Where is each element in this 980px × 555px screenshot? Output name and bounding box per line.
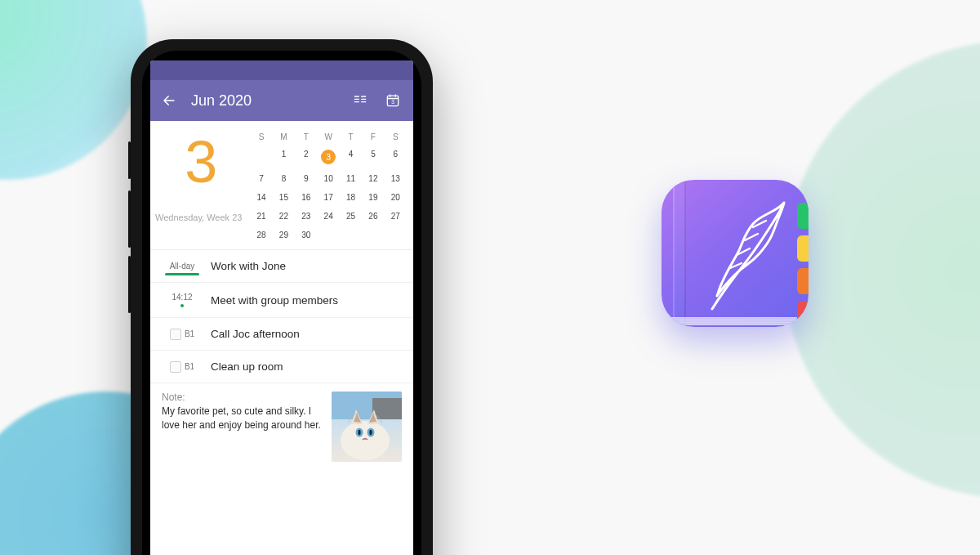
todo-checkbox[interactable] [170,361,181,373]
list-icon [352,92,368,109]
phone-screen: Jun 2020 3 3 Wednesday, W [150,60,413,555]
calendar-day-cell[interactable]: 3 [317,145,339,169]
list-view-button[interactable] [351,92,369,110]
phone-frame: Jun 2020 3 3 Wednesday, W [131,39,433,555]
calendar-day-cell [340,226,362,244]
calendar-panel: 3 Wednesday, Week 23 SMTWTFS 12345678910… [150,121,413,250]
event-row[interactable]: B1Call Joc afternoon [150,318,413,351]
todo-priority: B1 [185,362,194,371]
note-section[interactable]: Note: My favorite pet, so cute and silky… [150,383,413,473]
background-blob-right [784,41,980,499]
calendar-day-cell[interactable]: 5 [362,145,384,169]
event-title: Clean up room [203,360,283,373]
app-icon [662,180,808,327]
calendar-day-cell[interactable]: 23 [295,207,317,226]
event-title: Work with Jone [203,260,286,272]
calendar-day-cell[interactable]: 11 [340,169,362,188]
header-title: Jun 2020 [191,92,336,110]
calendar-day-cell[interactable]: 18 [340,188,362,207]
note-label: Note: [162,392,323,403]
calendar-day-cell[interactable]: 2 [295,145,317,169]
calendar-day-cell[interactable]: 15 [273,188,295,207]
calendar-day-cell[interactable]: 13 [385,169,407,188]
calendar-day-cell[interactable]: 22 [273,207,295,226]
back-button[interactable] [162,93,176,108]
calendar-day-cell[interactable]: 25 [340,207,362,226]
day-of-week-label: W [317,129,339,145]
event-slot: B1 [162,361,203,373]
calendar-day-cell [385,226,407,244]
day-of-week-label: T [340,129,362,145]
calendar-day-cell[interactable]: 14 [250,188,272,207]
calendar-day-cell[interactable]: 4 [340,145,362,169]
calendar-day-cell [362,226,384,244]
event-slot: 14:12 [162,293,203,307]
day-of-week-label: S [385,129,407,145]
event-row[interactable]: 14:12Meet with group members [150,283,413,318]
svg-point-4 [341,421,390,460]
day-of-week-label: S [250,129,272,145]
cat-photo-icon [332,392,402,462]
calendar-day-cell[interactable]: 29 [273,226,295,244]
calendar-day-cell[interactable]: 28 [250,226,272,244]
note-image [332,392,402,462]
event-row[interactable]: B1Clean up room [150,351,413,383]
calendar-day-cell[interactable]: 9 [295,169,317,188]
calendar-day-cell[interactable]: 16 [295,188,317,207]
calendar-day-cell[interactable]: 30 [295,226,317,244]
calendar-day-cell[interactable]: 20 [385,188,407,207]
calendar-day-cell [250,145,272,169]
svg-rect-3 [372,398,402,419]
event-title: Call Joc afternoon [203,328,300,340]
calendar-day-cell[interactable]: 1 [273,145,295,169]
day-of-week-label: M [273,129,295,145]
month-grid[interactable]: SMTWTFS 12345678910111213141516171819202… [250,129,413,244]
calendar-day-cell[interactable]: 26 [362,207,384,226]
day-of-week-label: T [295,129,317,145]
background-blob-top-left [0,0,147,180]
svg-text:3: 3 [391,99,394,105]
svg-point-8 [369,430,372,435]
selected-date-subline: Wednesday, Week 23 [150,213,250,222]
event-row[interactable]: All-dayWork with Jone [150,250,413,283]
note-body: My favorite pet, so cute and silky. I lo… [162,405,323,432]
feather-icon [662,180,808,327]
calendar-day-cell[interactable]: 8 [273,169,295,188]
event-slot: All-day [162,262,203,271]
calendar-day-cell[interactable]: 19 [362,188,384,207]
event-title: Meet with group members [203,294,338,307]
svg-point-7 [358,430,360,435]
event-list: All-dayWork with Jone14:12Meet with grou… [150,250,413,383]
calendar-day-cell[interactable]: 7 [250,169,272,188]
status-bar [150,60,413,80]
calendar-day-cell[interactable]: 6 [385,145,407,169]
calendar-today-button[interactable]: 3 [384,92,402,110]
calendar-icon: 3 [385,92,401,109]
calendar-day-cell[interactable]: 12 [362,169,384,188]
app-header: Jun 2020 3 [150,80,413,121]
selected-date-large: 3 [150,132,250,191]
calendar-day-cell[interactable]: 24 [317,207,339,226]
calendar-day-cell[interactable]: 17 [317,188,339,207]
event-slot: B1 [162,329,203,340]
calendar-day-cell[interactable]: 10 [317,169,339,188]
calendar-day-cell [317,226,339,244]
calendar-day-cell[interactable]: 21 [250,207,272,226]
todo-priority: B1 [185,329,194,338]
calendar-day-cell[interactable]: 27 [385,207,407,226]
arrow-left-icon [162,93,176,108]
todo-checkbox[interactable] [170,329,181,340]
day-of-week-label: F [362,129,384,145]
